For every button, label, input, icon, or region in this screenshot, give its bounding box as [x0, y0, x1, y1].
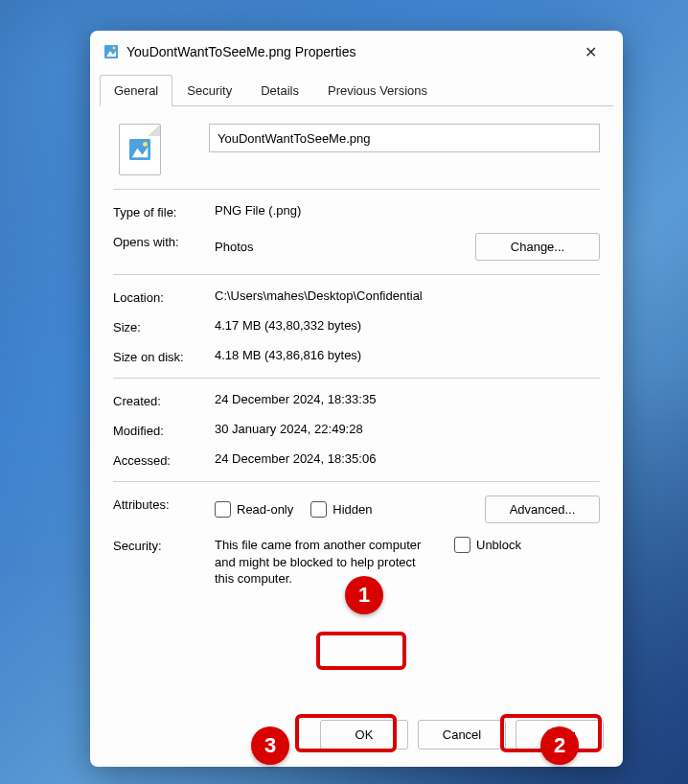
tab-bar: General Security Details Previous Versio… [90, 75, 623, 106]
checkbox-icon [454, 537, 470, 553]
modified-value: 30 January 2024, 22:49:28 [215, 422, 600, 436]
modified-label: Modified: [113, 422, 215, 438]
filename-input[interactable] [209, 124, 600, 152]
security-text: This file came from another computer and… [215, 537, 435, 588]
created-label: Created: [113, 392, 215, 408]
file-type-icon [103, 44, 119, 59]
annotation-badge-3: 3 [251, 726, 289, 765]
security-label: Security: [113, 537, 215, 553]
size-on-disk-label: Size on disk: [113, 348, 215, 364]
close-button[interactable]: ✕ [571, 37, 609, 66]
size-on-disk-value: 4.18 MB (43,86,816 bytes) [215, 348, 600, 362]
change-button[interactable]: Change... [475, 233, 600, 261]
type-label: Type of file: [113, 203, 215, 219]
tab-previous-versions[interactable]: Previous Versions [313, 75, 442, 106]
unblock-label: Unblock [476, 538, 521, 552]
tab-security[interactable]: Security [172, 75, 246, 106]
readonly-label: Read-only [237, 502, 293, 517]
annotation-rect-hidden [316, 632, 406, 670]
ok-button[interactable]: OK [320, 720, 408, 749]
accessed-value: 24 December 2024, 18:35:06 [215, 451, 600, 466]
close-icon: ✕ [585, 43, 597, 61]
titlebar: YouDontWantToSeeMe.png Properties ✕ [90, 31, 623, 71]
size-label: Size: [113, 318, 215, 334]
svg-point-2 [113, 47, 116, 50]
hidden-label: Hidden [333, 502, 372, 517]
tab-details[interactable]: Details [246, 75, 313, 106]
divider [113, 274, 600, 275]
annotation-badge-1: 1 [345, 576, 383, 614]
dialog-title: YouDontWantToSeeMe.png Properties [126, 44, 571, 59]
annotation-badge-2: 2 [540, 726, 579, 765]
advanced-button[interactable]: Advanced... [485, 496, 600, 523]
cancel-button[interactable]: Cancel [418, 720, 506, 749]
tab-general[interactable]: General [100, 75, 172, 106]
properties-dialog: YouDontWantToSeeMe.png Properties ✕ Gene… [90, 31, 623, 767]
created-value: 24 December 2024, 18:33:35 [215, 392, 600, 406]
divider [113, 189, 600, 190]
divider [113, 481, 600, 482]
file-icon [119, 124, 161, 175]
readonly-checkbox[interactable]: Read-only [215, 501, 293, 518]
checkbox-icon [310, 501, 327, 518]
attributes-label: Attributes: [113, 496, 215, 512]
general-panel: Type of file: PNG File (.png) Opens with… [100, 105, 613, 706]
opens-with-label: Opens with: [113, 233, 215, 249]
unblock-checkbox[interactable]: Unblock [454, 537, 521, 553]
size-value: 4.17 MB (43,80,332 bytes) [215, 318, 600, 333]
opens-with-value: Photos [215, 240, 466, 254]
checkbox-icon [215, 501, 231, 518]
location-label: Location: [113, 288, 215, 305]
type-value: PNG File (.png) [215, 203, 600, 218]
divider [113, 378, 600, 379]
svg-point-5 [143, 142, 148, 147]
location-value: C:\Users\mahes\Desktop\Confidential [215, 288, 600, 303]
hidden-checkbox[interactable]: Hidden [310, 501, 372, 518]
accessed-label: Accessed: [113, 451, 215, 468]
